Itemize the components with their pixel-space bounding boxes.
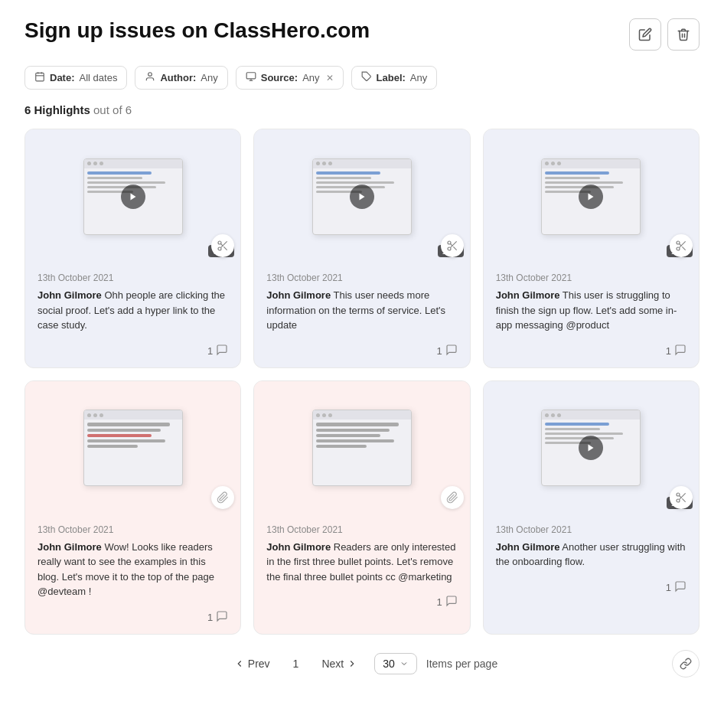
action-icon-3[interactable]	[670, 234, 693, 257]
card-3-author: John Gilmore	[496, 289, 560, 301]
filter-author[interactable]: Author: Any	[135, 66, 227, 90]
card-6-footer: 1	[484, 580, 699, 604]
card-2-footer: 1	[254, 344, 469, 367]
card-5-comment-count: 1	[436, 596, 442, 608]
comment-icon-3	[674, 344, 686, 358]
card-5-body: 13th October 2021 John Gilmore Readers a…	[254, 515, 469, 596]
page-number: 1	[287, 655, 305, 673]
play-button-6[interactable]	[579, 436, 603, 460]
card-5-date: 13th October 2021	[266, 524, 457, 535]
card-3-date: 13th October 2021	[496, 273, 686, 283]
card-1-date: 13th October 2021	[38, 273, 228, 283]
card-6-thumbnail: 1:07	[484, 381, 699, 515]
card-1-body: 13th October 2021 John Gilmore Ohh peopl…	[25, 263, 240, 344]
card-5-text: John Gilmore Readers are only interested…	[266, 540, 457, 585]
card-5-thumbnail	[254, 381, 469, 515]
svg-line-26	[679, 243, 681, 246]
per-page-value: 30	[383, 658, 395, 670]
card-2-thumbnail: 1:04	[254, 129, 469, 263]
next-label: Next	[321, 658, 344, 670]
header-actions	[629, 18, 700, 51]
items-per-page-label: Items per page	[426, 658, 497, 670]
card-4-comment-count: 1	[207, 612, 213, 623]
card-3-text: John Gilmore This user is struggling to …	[496, 288, 686, 333]
card-3-body: 13th October 2021 John Gilmore This user…	[484, 263, 699, 344]
svg-rect-0	[36, 73, 44, 81]
monitor-icon	[246, 71, 256, 84]
action-icon-2[interactable]	[441, 234, 464, 257]
filter-date[interactable]: Date: All dates	[24, 66, 127, 90]
card-4-body: 13th October 2021 John Gilmore Wow! Look…	[25, 515, 240, 610]
svg-marker-27	[589, 445, 594, 452]
card-1[interactable]: 0:15 13th October 2021 John Gilmore Ohh …	[24, 129, 241, 368]
card-5-author: John Gilmore	[266, 541, 331, 553]
card-1-author: John Gilmore	[38, 289, 102, 301]
card-6-comment-count: 1	[666, 582, 671, 593]
delete-button[interactable]	[667, 18, 700, 51]
svg-rect-5	[246, 73, 256, 79]
comment-icon-5	[445, 595, 458, 609]
highlights-number: 6 Highlights	[24, 103, 90, 116]
filter-date-label: Date:	[50, 72, 75, 83]
card-4-thumbnail	[25, 381, 240, 515]
card-3[interactable]: 1:09 13th October 2021 John Gilmore This…	[483, 129, 700, 368]
card-5-footer: 1	[254, 595, 469, 619]
filter-date-value: All dates	[80, 72, 118, 83]
link-button[interactable]	[672, 650, 700, 677]
play-button-3[interactable]	[579, 184, 603, 209]
card-2-body: 13th October 2021 John Gilmore This user…	[254, 263, 469, 344]
card-1-comment-count: 1	[207, 345, 213, 357]
highlights-count: 6 Highlights out of 6	[24, 103, 700, 116]
card-6[interactable]: 1:07 13th October 2021 John Gilmore Anot…	[483, 380, 700, 635]
filter-author-value: Any	[201, 72, 217, 83]
card-3-thumbnail: 1:09	[484, 129, 699, 263]
svg-marker-9	[130, 193, 135, 200]
filter-source-close[interactable]: ✕	[326, 73, 334, 83]
page-title: Sign up issues on ClassHero.com	[24, 18, 370, 43]
edit-button[interactable]	[629, 18, 661, 51]
svg-line-13	[224, 247, 227, 250]
card-6-text: John Gilmore Another user struggling wit…	[496, 540, 686, 570]
filter-author-label: Author:	[160, 72, 196, 83]
card-3-footer: 1	[484, 344, 699, 367]
prev-label: Prev	[248, 658, 270, 670]
card-5[interactable]: 13th October 2021 John Gilmore Readers a…	[253, 380, 470, 635]
filter-source-label: Source:	[261, 72, 298, 83]
prev-button[interactable]: Prev	[227, 653, 278, 674]
svg-line-32	[679, 495, 681, 498]
card-1-thumbnail: 0:15	[25, 129, 240, 263]
filter-label[interactable]: Label: Any	[351, 66, 438, 90]
action-icon-4[interactable]	[211, 486, 234, 509]
filter-label-label: Label:	[377, 72, 406, 83]
next-button[interactable]: Next	[314, 653, 365, 674]
header: Sign up issues on ClassHero.com	[24, 18, 700, 51]
card-6-body: 13th October 2021 John Gilmore Another u…	[484, 515, 699, 580]
card-2-author: John Gilmore	[266, 289, 331, 301]
per-page-select[interactable]: 30	[374, 653, 417, 674]
action-icon-6[interactable]	[670, 486, 693, 509]
card-4-author: John Gilmore	[38, 541, 102, 553]
filter-source[interactable]: Source: Any ✕	[236, 66, 344, 90]
label-icon	[361, 71, 372, 84]
card-2-comment-count: 1	[436, 345, 442, 357]
card-6-author: John Gilmore	[496, 541, 560, 553]
pagination-row: Prev 1 Next 30 Items per page	[24, 653, 700, 674]
svg-line-31	[683, 498, 686, 501]
comment-icon-6	[674, 580, 686, 595]
card-1-footer: 1	[25, 344, 240, 367]
svg-line-14	[221, 243, 223, 246]
card-4-date: 13th October 2021	[38, 524, 228, 535]
play-button-2[interactable]	[350, 184, 374, 209]
action-icon-5[interactable]	[441, 486, 464, 509]
comment-icon-2	[445, 344, 458, 358]
card-2[interactable]: 1:04 13th October 2021 John Gilmore This…	[253, 129, 470, 368]
play-button-1[interactable]	[121, 184, 145, 209]
person-icon	[145, 71, 155, 84]
calendar-icon	[34, 71, 45, 84]
cards-grid: 0:15 13th October 2021 John Gilmore Ohh …	[24, 129, 700, 635]
card-4[interactable]: 13th October 2021 John Gilmore Wow! Look…	[24, 380, 241, 635]
card-4-footer: 1	[25, 610, 240, 634]
card-2-text: John Gilmore This user needs more inform…	[266, 288, 457, 333]
card-1-text: John Gilmore Ohh people are clicking the…	[38, 288, 228, 333]
card-6-date: 13th October 2021	[496, 524, 686, 535]
